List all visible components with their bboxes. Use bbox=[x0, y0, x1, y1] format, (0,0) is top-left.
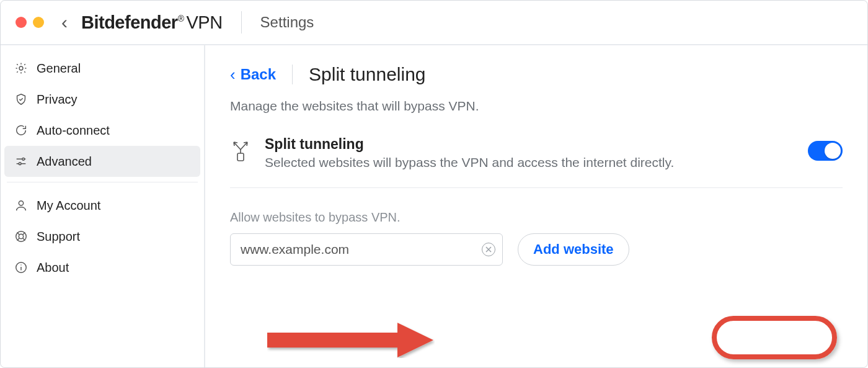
breadcrumb-divider bbox=[292, 65, 293, 84]
main-content: ‹ Back Split tunneling Manage the websit… bbox=[205, 45, 867, 368]
svg-point-8 bbox=[20, 264, 21, 265]
back-label: Back bbox=[241, 66, 276, 83]
svg-rect-11 bbox=[267, 333, 397, 348]
close-window-button[interactable] bbox=[16, 17, 27, 28]
registered-mark: ® bbox=[178, 14, 184, 24]
sidebar-item-support[interactable]: Support bbox=[1, 221, 204, 252]
add-website-button[interactable]: Add website bbox=[518, 233, 629, 266]
sidebar-item-general[interactable]: General bbox=[1, 53, 204, 84]
sidebar-item-account[interactable]: My Account bbox=[1, 190, 204, 221]
back-button[interactable]: ‹ Back bbox=[230, 66, 276, 83]
page-title: Split tunneling bbox=[309, 64, 425, 85]
split-tunneling-icon bbox=[230, 138, 251, 163]
feature-title: Split tunneling bbox=[265, 136, 794, 153]
add-website-row: Add website bbox=[230, 233, 843, 266]
svg-point-5 bbox=[19, 234, 23, 238]
allow-section-label: Allow websites to bypass VPN. bbox=[230, 210, 843, 225]
sidebar-item-label: My Account bbox=[37, 199, 100, 213]
svg-point-0 bbox=[19, 66, 23, 70]
titlebar: ‹ Bitdefender®VPN Settings bbox=[1, 1, 867, 45]
sidebar-item-label: Support bbox=[37, 230, 80, 244]
titlebar-section: Settings bbox=[260, 14, 314, 31]
brand-suffix: VPN bbox=[186, 12, 222, 32]
user-icon bbox=[14, 199, 28, 212]
sidebar-item-autoconnect[interactable]: Auto-connect bbox=[1, 115, 204, 146]
split-tunneling-row: Split tunneling Selected websites will b… bbox=[230, 136, 843, 188]
titlebar-divider bbox=[241, 11, 242, 34]
annotation-arrow bbox=[267, 321, 435, 358]
sidebar-separator bbox=[7, 182, 198, 182]
sidebar-item-about[interactable]: About bbox=[1, 252, 204, 283]
split-tunneling-toggle[interactable] bbox=[808, 141, 843, 161]
page-description: Manage the websites that will bypass VPN… bbox=[230, 99, 843, 114]
titlebar-back-button[interactable]: ‹ bbox=[61, 13, 68, 32]
annotation-highlight-ring bbox=[712, 316, 837, 359]
brand-main: Bitdefender bbox=[81, 12, 178, 32]
sidebar-item-label: Advanced bbox=[37, 155, 92, 169]
sidebar-item-label: Auto-connect bbox=[37, 123, 110, 138]
svg-marker-12 bbox=[397, 323, 433, 357]
sliders-icon bbox=[14, 155, 28, 168]
toggle-knob bbox=[825, 143, 841, 159]
clear-input-button[interactable] bbox=[482, 243, 495, 256]
info-icon bbox=[14, 261, 28, 274]
svg-point-2 bbox=[19, 163, 21, 165]
sidebar-item-advanced[interactable]: Advanced bbox=[4, 146, 200, 177]
refresh-icon bbox=[14, 123, 28, 137]
gear-icon bbox=[14, 61, 28, 75]
sidebar-item-label: Privacy bbox=[37, 92, 78, 107]
lifebuoy-icon bbox=[14, 230, 28, 243]
sidebar-item-label: General bbox=[37, 61, 81, 76]
svg-point-1 bbox=[22, 158, 25, 161]
feature-subtitle: Selected websites will bypass the VPN an… bbox=[265, 155, 794, 170]
svg-point-3 bbox=[19, 201, 23, 205]
website-input[interactable] bbox=[230, 233, 503, 266]
sidebar-item-privacy[interactable]: Privacy bbox=[1, 84, 204, 115]
window-controls bbox=[16, 17, 44, 28]
sidebar-item-label: About bbox=[37, 261, 69, 275]
chevron-left-icon: ‹ bbox=[230, 66, 236, 83]
sidebar: General Privacy Auto-connect Advanced bbox=[1, 45, 205, 368]
breadcrumb: ‹ Back Split tunneling bbox=[230, 64, 843, 85]
app-brand: Bitdefender®VPN bbox=[81, 12, 223, 33]
shield-icon bbox=[14, 92, 28, 106]
svg-rect-9 bbox=[237, 153, 244, 161]
minimize-window-button[interactable] bbox=[33, 17, 44, 28]
